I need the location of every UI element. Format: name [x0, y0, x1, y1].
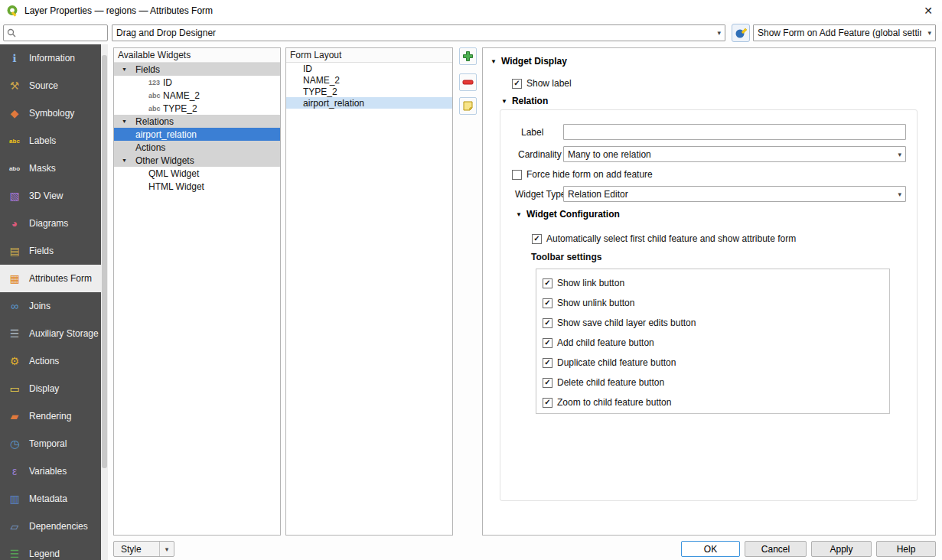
form-layout-item-id[interactable]: ID: [286, 63, 452, 74]
scrollbar-thumb[interactable]: [102, 55, 107, 468]
check-icon: ✓: [544, 319, 550, 327]
widget-display-section-header[interactable]: ▼ Widget Display: [491, 56, 567, 67]
widget-configuration-section-header[interactable]: ▼ Widget Configuration: [516, 209, 620, 220]
checkbox-box[interactable]: ✓: [543, 358, 552, 368]
checkbox-box[interactable]: [512, 170, 522, 180]
collapse-arrow-icon[interactable]: ▼: [491, 58, 497, 65]
show-link-button-checkbox[interactable]: ✓ Show link button: [543, 278, 889, 288]
cancel-button[interactable]: Cancel: [745, 541, 807, 557]
tree-item-type-2[interactable]: abc TYPE_2: [114, 102, 280, 115]
tree-group-other-widgets[interactable]: ▼ Other Widgets: [114, 154, 280, 167]
sidebar-item-labels[interactable]: abc Labels: [0, 127, 101, 155]
sidebar-item-auxiliary-storage[interactable]: ☰ Auxiliary Storage: [0, 320, 101, 347]
sidebar-item-label: Actions: [29, 356, 59, 366]
sidebar-item-actions[interactable]: ⚙ Actions: [0, 347, 101, 375]
sidebar-item-legend[interactable]: ☰ Legend: [0, 540, 101, 560]
sidebar-item-display[interactable]: ▭ Display: [0, 375, 101, 402]
check-icon: ✓: [544, 379, 550, 386]
tree-group-actions[interactable]: Actions: [114, 141, 280, 154]
actions-icon: ⚙: [7, 355, 22, 367]
sidebar-item-joins[interactable]: ∞ Joins: [0, 292, 101, 320]
check-icon: ✓: [544, 359, 550, 366]
form-layout-item-label: airport_relation: [303, 98, 364, 109]
sidebar-item-masks[interactable]: abo Masks: [0, 155, 101, 182]
form-layout-item-name-2[interactable]: NAME_2: [286, 74, 452, 86]
checkbox-box[interactable]: ✓: [543, 378, 552, 388]
sidebar-item-temporal[interactable]: ◷ Temporal: [0, 430, 101, 457]
expand-arrow-icon[interactable]: ▼: [122, 119, 135, 124]
edit-item-button[interactable]: [459, 97, 477, 115]
sidebar-item-attributes-form[interactable]: ▦ Attributes Form: [0, 265, 101, 292]
expand-arrow-icon[interactable]: ▼: [122, 158, 135, 163]
form-layout-item-type-2[interactable]: TYPE_2: [286, 86, 452, 97]
sidebar-item-source[interactable]: ⚒ Source: [0, 72, 101, 99]
widget-type-combo[interactable]: Relation Editor ▾: [563, 186, 906, 202]
tree-item-label: airport_relation: [135, 129, 197, 140]
force-hide-form-checkbox[interactable]: Force hide form on add feature: [512, 169, 653, 180]
checkbox-box[interactable]: ✓: [543, 398, 552, 408]
style-button[interactable]: Style ▾: [113, 541, 174, 557]
form-layout-item-airport-relation[interactable]: airport_relation: [286, 97, 452, 109]
show-save-child-edits-checkbox[interactable]: ✓ Show save child layer edits button: [543, 317, 889, 328]
sidebar-item-diagrams[interactable]: ◕ Diagrams: [0, 210, 101, 237]
sidebar-item-dependencies[interactable]: ▱ Dependencies: [0, 513, 101, 540]
delete-child-feature-checkbox[interactable]: ✓ Delete child feature button: [543, 377, 889, 388]
sidebar-item-rendering[interactable]: ▰ Rendering: [0, 402, 101, 430]
checkbox-box[interactable]: ✓: [543, 278, 552, 288]
checkbox-box[interactable]: ✓: [532, 234, 542, 244]
add-child-feature-checkbox[interactable]: ✓ Add child feature button: [543, 337, 889, 348]
sidebar-item-information[interactable]: ℹ Information: [0, 44, 101, 72]
add-container-button[interactable]: [459, 47, 477, 65]
tree-group-relations[interactable]: ▼ Relations: [114, 115, 280, 128]
sidebar-item-metadata[interactable]: ▥ Metadata: [0, 485, 101, 513]
sidebar-item-3d-view[interactable]: ▧ 3D View: [0, 182, 101, 210]
check-icon: ✓: [513, 80, 520, 87]
check-icon: ✓: [544, 339, 550, 347]
cardinality-value: Many to one relation: [568, 149, 651, 160]
apply-button[interactable]: Apply: [811, 541, 872, 557]
zoom-to-child-feature-checkbox[interactable]: ✓ Zoom to child feature button: [543, 397, 889, 408]
relation-label-input[interactable]: [563, 124, 906, 140]
sidebar-item-variables[interactable]: ε Variables: [0, 457, 101, 485]
form-layout-item-label: NAME_2: [303, 75, 340, 86]
source-icon: ⚒: [7, 80, 22, 92]
checkbox-box[interactable]: ✓: [543, 338, 552, 348]
close-icon[interactable]: ✕: [924, 5, 933, 17]
search-input[interactable]: [19, 28, 104, 38]
masks-icon: abo: [7, 165, 22, 172]
relation-section-header[interactable]: ▼ Relation: [501, 96, 548, 106]
tree-group-fields[interactable]: ▼ Fields: [114, 63, 280, 76]
ok-button[interactable]: OK: [681, 541, 740, 557]
remove-item-button[interactable]: [459, 73, 477, 91]
tree-item-name-2[interactable]: abc NAME_2: [114, 89, 280, 102]
section-title: Widget Configuration: [526, 209, 620, 220]
form-settings-button[interactable]: [732, 24, 750, 42]
sidebar-scrollbar[interactable]: [101, 44, 108, 560]
cardinality-combo[interactable]: Many to one relation ▾: [563, 146, 906, 162]
help-button[interactable]: Help: [876, 541, 936, 557]
auto-select-first-child-checkbox[interactable]: ✓ Automatically select first child featu…: [532, 233, 796, 244]
duplicate-child-feature-checkbox[interactable]: ✓ Duplicate child feature button: [543, 357, 889, 368]
checkbox-box[interactable]: ✓: [543, 298, 552, 308]
attributes-form-icon: ▦: [7, 272, 22, 285]
sidebar-item-symbology[interactable]: ◆ Symbology: [0, 99, 101, 127]
sidebar-item-label: Legend: [29, 549, 60, 559]
display-icon: ▭: [7, 383, 22, 395]
style-button-label: Style: [114, 544, 159, 555]
tree-item-id[interactable]: 123 ID: [114, 76, 280, 89]
tree-item-qml-widget[interactable]: QML Widget: [114, 167, 280, 180]
collapse-arrow-icon[interactable]: ▼: [501, 98, 507, 105]
label-field-label: Label: [521, 127, 543, 138]
checkbox-box[interactable]: ✓: [543, 318, 552, 328]
collapse-arrow-icon[interactable]: ▼: [516, 211, 522, 218]
designer-mode-combo[interactable]: Drag and Drop Designer ▾: [112, 24, 725, 41]
tree-item-html-widget[interactable]: HTML Widget: [114, 180, 280, 193]
sidebar-item-fields[interactable]: ▤ Fields: [0, 237, 101, 265]
tree-item-airport-relation[interactable]: airport_relation: [114, 128, 280, 141]
show-unlink-button-checkbox[interactable]: ✓ Show unlink button: [543, 298, 889, 308]
show-label-checkbox[interactable]: ✓ Show label: [512, 78, 572, 89]
expand-arrow-icon[interactable]: ▼: [122, 67, 135, 72]
show-form-on-add-combo[interactable]: Show Form on Add Feature (global setting…: [753, 24, 936, 41]
form-layout-item-label: TYPE_2: [303, 86, 337, 97]
checkbox-box[interactable]: ✓: [512, 79, 522, 89]
